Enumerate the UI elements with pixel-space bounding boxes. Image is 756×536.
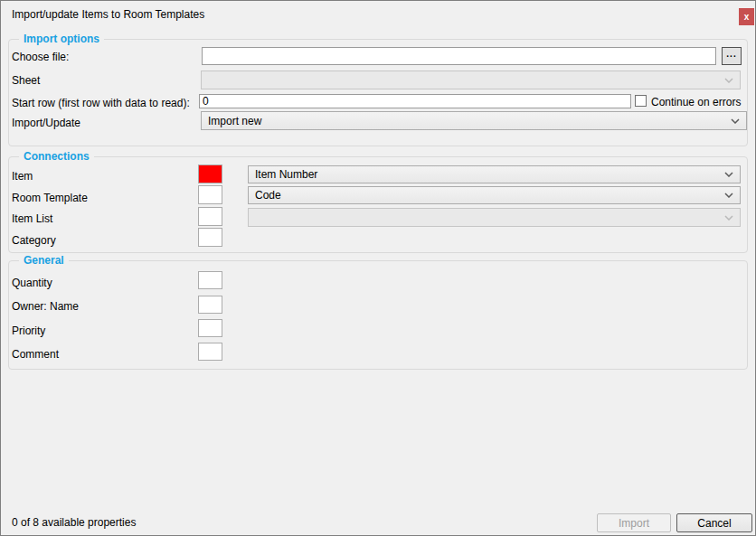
owner-name-color-swatch[interactable] [198,296,222,314]
window-title: Import/update Items to Room Templates [12,1,204,28]
close-button[interactable]: x [739,8,754,25]
import-button-label: Import [619,517,649,530]
room-template-field-dropdown[interactable]: Code [248,186,741,204]
browse-file-button[interactable]: ... [722,47,742,65]
import-options-title: Import options [19,32,104,46]
continue-on-errors-label[interactable]: Continue on errors [651,96,741,108]
ellipsis-icon: ... [726,50,736,59]
quantity-color-swatch[interactable] [198,271,222,289]
item-field-dropdown[interactable]: Item Number [248,165,741,183]
cancel-button-label: Cancel [697,517,731,530]
chevron-down-icon [724,193,733,198]
chevron-down-icon [724,215,733,221]
chevron-down-icon [731,118,740,124]
chevron-down-icon [724,172,733,177]
priority-label: Priority [12,324,45,337]
owner-name-label: Owner: Name [12,300,79,313]
room-template-color-swatch[interactable] [198,185,222,204]
category-color-swatch[interactable] [198,228,222,247]
room-template-field-dropdown-value: Code [255,189,281,202]
import-update-dropdown-value: Import new [208,115,261,127]
status-text: 0 of 8 available properties [12,516,136,529]
choose-file-input[interactable] [202,47,716,65]
sheet-dropdown [201,71,741,89]
item-field-dropdown-value: Item Number [255,168,317,181]
sheet-label: Sheet [12,74,40,87]
item-list-field-dropdown [248,208,741,227]
start-row-input[interactable] [199,94,631,108]
quantity-label: Quantity [12,277,52,289]
connections-title: Connections [19,149,94,164]
choose-file-label: Choose file: [12,51,69,63]
import-dialog-window: Import/update Items to Room Templates x … [0,0,756,536]
priority-color-swatch[interactable] [198,319,222,337]
import-update-label: Import/Update [12,117,80,129]
start-row-label: Start row (first row with data to read): [12,97,190,109]
general-title: General [19,253,69,268]
cancel-button[interactable]: Cancel [676,513,752,532]
room-template-label: Room Template [12,192,88,204]
continue-on-errors-checkbox[interactable] [635,95,647,107]
item-list-label: Item List [12,212,52,225]
comment-color-swatch[interactable] [198,343,222,361]
chevron-down-icon [724,78,733,83]
item-list-color-swatch[interactable] [198,207,222,226]
titlebar[interactable]: Import/update Items to Room Templates x [1,1,755,28]
comment-label: Comment [12,348,59,361]
category-label: Category [12,234,56,247]
general-group: General [8,260,748,370]
item-color-swatch[interactable] [198,165,222,183]
item-label: Item [12,170,33,183]
import-update-dropdown[interactable]: Import new [201,111,747,130]
import-button: Import [597,513,671,532]
close-icon: x [744,13,750,22]
